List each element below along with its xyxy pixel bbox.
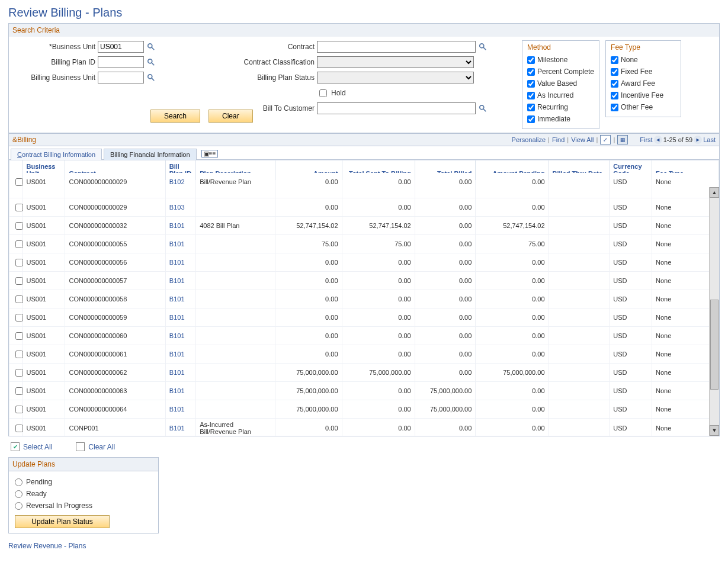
feetype-label: Fixed Fee	[621, 68, 652, 76]
label-contract-classification: Contract Classification	[214, 58, 315, 66]
row-checkbox[interactable]	[15, 204, 23, 211]
cell-bill-plan-id[interactable]: B101	[165, 419, 195, 436]
lookup-icon[interactable]	[146, 73, 156, 82]
table-row: US001CON000000000058B1010.000.000.000.00…	[9, 290, 719, 308]
table-row: US001CON000000000064B10175,000,000.000.0…	[9, 400, 719, 419]
radio-reversal[interactable]	[15, 502, 23, 510]
billing-business-unit-input[interactable]	[98, 72, 144, 83]
cell-contract: CON000000000059	[65, 308, 165, 327]
lookup-icon[interactable]	[478, 42, 488, 52]
find-link[interactable]: Find	[552, 136, 565, 143]
grid-scrollbar[interactable]: ▲ ▼	[709, 187, 719, 436]
row-checkbox[interactable]	[15, 178, 23, 186]
review-revenue-plans-link[interactable]: Review Revenue - Plans	[8, 542, 86, 550]
scroll-up-icon[interactable]: ▲	[710, 187, 719, 198]
clear-all-link[interactable]: Clear All	[76, 442, 115, 451]
feetype-checkbox[interactable]	[611, 92, 618, 99]
cell-bill-plan-id[interactable]: B101	[165, 253, 195, 272]
row-checkbox[interactable]	[15, 240, 23, 248]
cell-bill-plan-id[interactable]: B101	[165, 217, 195, 235]
method-checkbox[interactable]	[527, 80, 535, 88]
cell-total-sent: 0.00	[342, 400, 415, 419]
scroll-down-icon[interactable]: ▼	[710, 425, 719, 436]
method-label: Percent Complete	[537, 68, 594, 76]
feetype-checkbox[interactable]	[611, 68, 618, 76]
cell-contract: CON000000000032	[65, 217, 165, 235]
row-checkbox[interactable]	[15, 259, 23, 266]
hold-checkbox[interactable]	[319, 89, 327, 97]
billing-plan-id-input[interactable]	[98, 56, 144, 68]
row-checkbox[interactable]	[15, 277, 23, 285]
personalize-link[interactable]: Personalize	[512, 136, 546, 143]
lookup-icon[interactable]	[146, 42, 156, 52]
tab-contract-billing-info[interactable]: CContract Billing Informationontract Bil…	[11, 149, 102, 160]
row-checkbox[interactable]	[15, 295, 23, 303]
cell-bill-plan-id[interactable]: B101	[165, 235, 195, 253]
cell-plan-description	[196, 290, 275, 308]
row-checkbox[interactable]	[15, 387, 23, 395]
scroll-thumb[interactable]	[710, 300, 719, 390]
feetype-checkbox[interactable]	[611, 80, 618, 88]
clear-button[interactable]: Clear	[209, 110, 253, 123]
cell-plan-description	[196, 253, 275, 272]
cell-bill-plan-id[interactable]: B101	[165, 400, 195, 419]
view-all-link[interactable]: View All	[571, 136, 594, 143]
lookup-icon[interactable]	[146, 57, 156, 67]
prev-arrow-icon[interactable]: ◄	[654, 136, 662, 144]
billing-grid-panel: &Billing Personalize | Find | View All |…	[8, 133, 720, 436]
show-all-columns-icon[interactable]: ▣≡≡	[201, 150, 219, 158]
cell-amount-pending: 0.00	[476, 253, 549, 272]
update-plan-status-button[interactable]: Update Plan Status	[15, 515, 110, 528]
cell-bill-plan-id[interactable]: B101	[165, 382, 195, 400]
last-link[interactable]: Last	[703, 136, 716, 143]
next-arrow-icon[interactable]: ►	[694, 136, 702, 144]
svg-point-8	[480, 105, 484, 110]
select-all-link[interactable]: ✔ Select All	[11, 442, 52, 451]
cell-currency: USD	[610, 290, 652, 308]
search-button[interactable]: Search	[150, 110, 200, 123]
radio-pending[interactable]	[15, 478, 23, 486]
svg-line-5	[152, 78, 154, 81]
cell-bill-plan-id[interactable]: B103	[165, 198, 195, 217]
method-checkbox[interactable]	[527, 68, 535, 76]
cell-bill-plan-id[interactable]: B101	[165, 327, 195, 345]
contract-classification-select[interactable]	[317, 56, 474, 68]
feetype-label: Award Fee	[621, 79, 655, 88]
row-checkbox[interactable]	[15, 425, 23, 432]
cell-amount-pending: 0.00	[476, 198, 549, 217]
contract-input[interactable]	[317, 41, 476, 53]
zoom-icon[interactable]: ⤢	[600, 135, 611, 144]
row-checkbox[interactable]	[15, 332, 23, 340]
cell-contract: CON000000000029	[65, 173, 165, 191]
cell-contract: CON000000000058	[65, 290, 165, 308]
cell-bill-plan-id[interactable]: B101	[165, 345, 195, 364]
row-checkbox[interactable]	[15, 406, 23, 413]
row-checkbox[interactable]	[15, 222, 23, 230]
cell-billed-thru	[549, 345, 610, 364]
download-icon[interactable]: ▦	[617, 135, 628, 144]
tab-billing-financial-info[interactable]: Billing Financial Information	[104, 149, 197, 160]
cell-currency: USD	[610, 272, 652, 290]
method-checkbox[interactable]	[527, 56, 535, 64]
row-checkbox[interactable]	[15, 351, 23, 358]
cell-bill-plan-id[interactable]: B102	[165, 173, 195, 191]
row-checkbox[interactable]	[15, 314, 23, 322]
cell-bill-plan-id[interactable]: B101	[165, 272, 195, 290]
cell-plan-description	[196, 364, 275, 382]
cell-bill-plan-id[interactable]: B101	[165, 290, 195, 308]
cell-business-unit: US001	[23, 235, 65, 253]
feetype-checkbox[interactable]	[611, 56, 618, 64]
radio-ready[interactable]	[15, 490, 23, 498]
business-unit-input[interactable]	[98, 41, 144, 53]
cell-business-unit: US001	[23, 419, 65, 436]
table-row: US001CON000000000063B10175,000,000.000.0…	[9, 382, 719, 400]
row-checkbox[interactable]	[15, 369, 23, 377]
first-link[interactable]: First	[640, 136, 652, 143]
cell-bill-plan-id[interactable]: B101	[165, 308, 195, 327]
svg-point-6	[480, 44, 484, 48]
method-checkbox[interactable]	[527, 92, 535, 99]
cell-total-sent: 75.00	[342, 235, 415, 253]
cell-bill-plan-id[interactable]: B101	[165, 364, 195, 382]
cell-total-billed: 0.00	[415, 290, 476, 308]
billing-plan-status-select[interactable]	[317, 72, 474, 83]
